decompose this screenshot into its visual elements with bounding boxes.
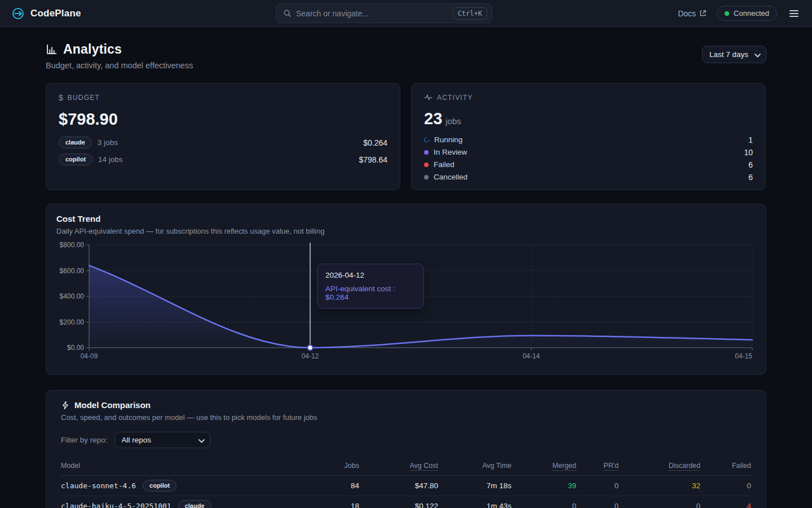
prd-value: 0 bbox=[576, 502, 619, 508]
column-header[interactable]: Avg Cost bbox=[359, 462, 438, 470]
svg-text:$0.00: $0.00 bbox=[67, 344, 84, 352]
jobs-value: 84 bbox=[308, 481, 359, 490]
status-label: Cancelled bbox=[434, 173, 467, 181]
failed-value: 4 bbox=[700, 502, 751, 508]
model-name: claude-haiku-4-5-20251001 bbox=[61, 502, 171, 508]
budget-job-count: 14 jobs bbox=[98, 155, 123, 164]
activity-card-label: ACTIVITY bbox=[437, 94, 473, 102]
model-comparison-table: ModelJobsAvg CostAvg TimeMergedPR'dDisca… bbox=[61, 458, 751, 508]
merged-value: 0 bbox=[511, 502, 576, 508]
status-label: Running bbox=[434, 135, 462, 144]
activity-count: 23 bbox=[424, 110, 442, 128]
svg-text:04-09: 04-09 bbox=[81, 352, 98, 360]
repo-filter-label: Filter by repo: bbox=[61, 436, 108, 444]
tooltip-date: 2026-04-12 bbox=[325, 271, 416, 279]
chart-tooltip: 2026-04-12 API-equivalent cost : $0.264 bbox=[317, 264, 424, 309]
cost-trend-chart[interactable]: $0.00$200.00$400.00$600.00$800.0004-0904… bbox=[56, 241, 756, 364]
model-cell: claude-sonnet-4.6copilot bbox=[61, 480, 308, 492]
status-dot-icon bbox=[424, 175, 429, 179]
status-count: 1 bbox=[748, 135, 753, 144]
page-title: Analytics bbox=[63, 42, 122, 57]
budget-card-label: BUDGET bbox=[68, 94, 100, 102]
table-row[interactable]: claude-sonnet-4.6copilot84$47.807m 18s39… bbox=[61, 476, 751, 496]
svg-text:$800.00: $800.00 bbox=[60, 241, 85, 249]
column-header[interactable]: Merged bbox=[511, 462, 576, 470]
column-header: Avg Time bbox=[438, 462, 511, 470]
jobs-value: 18 bbox=[308, 502, 359, 508]
prd-value: 0 bbox=[576, 481, 619, 490]
page-subtitle: Budget, activity, and model effectivenes… bbox=[46, 61, 193, 70]
global-search[interactable]: Ctrl+K bbox=[276, 3, 492, 23]
navbar: CodePlane Ctrl+K Docs Connected bbox=[0, 0, 812, 27]
status-dot-icon bbox=[424, 163, 429, 167]
menu-icon[interactable] bbox=[787, 8, 801, 19]
discarded-value: 32 bbox=[619, 481, 700, 490]
codeplane-logo-icon bbox=[11, 7, 25, 20]
budget-card: $ BUDGET $798.90 claude 3 jobs $0.264cop… bbox=[46, 83, 400, 190]
svg-text:$200.00: $200.00 bbox=[60, 318, 85, 326]
model-comparison-card: Model Comparison Cost, speed, and outcom… bbox=[46, 390, 766, 508]
cost-trend-title: Cost Trend bbox=[56, 214, 756, 224]
dollar-icon: $ bbox=[59, 93, 63, 102]
budget-total: $798.90 bbox=[59, 110, 387, 129]
status-row: Running1 bbox=[424, 135, 753, 144]
svg-text:04-14: 04-14 bbox=[523, 352, 540, 360]
status-label: Failed bbox=[434, 160, 454, 169]
column-header[interactable]: Discarded bbox=[619, 462, 700, 470]
failed-value: 0 bbox=[700, 481, 751, 490]
running-spinner-icon bbox=[423, 136, 430, 143]
table-header-row: ModelJobsAvg CostAvg TimeMergedPR'dDisca… bbox=[61, 458, 751, 476]
status-dot-icon bbox=[424, 150, 429, 155]
column-header[interactable]: PR'd bbox=[576, 462, 619, 470]
svg-text:$400.00: $400.00 bbox=[60, 292, 85, 300]
avg_time-value: 7m 18s bbox=[438, 481, 511, 490]
budget-row: copilot 14 jobs $798.64 bbox=[59, 154, 387, 165]
activity-pulse-icon bbox=[424, 93, 433, 102]
model-badge: copilot bbox=[143, 480, 176, 492]
status-row: In Review10 bbox=[424, 148, 753, 156]
connection-status-label: Connected bbox=[734, 9, 769, 17]
brand-name: CodePlane bbox=[30, 8, 81, 19]
search-input[interactable] bbox=[296, 9, 448, 18]
repo-filter-select[interactable]: All repos bbox=[114, 432, 210, 448]
external-link-icon bbox=[699, 10, 707, 17]
merged-value: 39 bbox=[511, 481, 576, 490]
discarded-value: 0 bbox=[619, 502, 700, 508]
status-count: 6 bbox=[748, 160, 753, 169]
activity-unit: jobs bbox=[445, 116, 461, 126]
connection-status-badge: Connected bbox=[717, 6, 777, 21]
column-header: Failed bbox=[700, 462, 751, 470]
search-shortcut-kbd: Ctrl+K bbox=[453, 7, 487, 20]
lightning-bolt-icon bbox=[61, 401, 70, 410]
budget-job-count: 3 jobs bbox=[98, 138, 118, 147]
analytics-page: Analytics Budget, activity, and model ef… bbox=[0, 27, 812, 508]
search-icon bbox=[283, 9, 292, 17]
model-comparison-subtitle: Cost, speed, and outcomes per model — us… bbox=[61, 413, 751, 422]
cost-trend-subtitle: Daily API-equivalent spend — for subscri… bbox=[56, 227, 756, 235]
model-badge: copilot bbox=[59, 154, 92, 165]
status-label: In Review bbox=[434, 148, 467, 156]
brand[interactable]: CodePlane bbox=[11, 7, 197, 20]
svg-text:$600.00: $600.00 bbox=[60, 267, 85, 275]
table-row[interactable]: claude-haiku-4-5-20251001claude18$0.1221… bbox=[61, 496, 751, 508]
column-header: Jobs bbox=[308, 462, 359, 470]
budget-row: claude 3 jobs $0.264 bbox=[59, 137, 387, 148]
date-range-select[interactable]: Last 7 days bbox=[702, 46, 766, 63]
model-name: claude-sonnet-4.6 bbox=[61, 481, 136, 490]
docs-link-label: Docs bbox=[678, 9, 696, 18]
cost-trend-card: Cost Trend Daily API-equivalent spend — … bbox=[46, 204, 766, 375]
docs-link[interactable]: Docs bbox=[678, 9, 707, 18]
activity-card: ACTIVITY 23jobs Running1In Review10Faile… bbox=[411, 83, 766, 190]
column-header: Model bbox=[61, 462, 308, 470]
connected-dot-icon bbox=[725, 11, 729, 16]
status-count: 6 bbox=[748, 173, 753, 182]
status-row: Cancelled6 bbox=[424, 173, 753, 181]
tooltip-cost-value: API-equivalent cost : $0.264 bbox=[325, 284, 416, 301]
status-row: Failed6 bbox=[424, 160, 753, 169]
model-badge: claude bbox=[59, 137, 92, 148]
bar-chart-icon bbox=[46, 43, 58, 55]
avg_cost-value: $0.122 bbox=[359, 502, 438, 508]
model-comparison-title: Model Comparison bbox=[74, 400, 151, 410]
svg-text:04-15: 04-15 bbox=[735, 352, 752, 360]
model-badge: claude bbox=[178, 500, 211, 508]
